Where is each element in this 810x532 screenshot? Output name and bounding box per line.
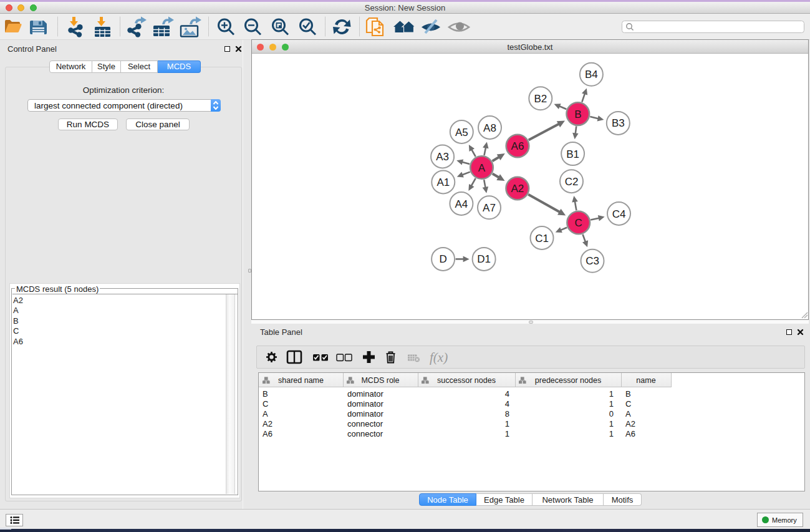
svg-text:B1: B1: [566, 148, 579, 160]
svg-text:C1: C1: [535, 233, 549, 244]
svg-text:B: B: [574, 109, 581, 120]
svg-text:D: D: [439, 253, 446, 265]
svg-text:A5: A5: [455, 127, 468, 138]
svg-text:A2: A2: [511, 183, 524, 195]
svg-text:C: C: [575, 217, 582, 229]
svg-text:f(x): f(x): [430, 350, 448, 365]
svg-text:B2: B2: [534, 93, 547, 105]
svg-text:B3: B3: [612, 117, 625, 129]
svg-text:A7: A7: [483, 202, 496, 214]
svg-text:D1: D1: [477, 253, 491, 265]
svg-text:A8: A8: [483, 122, 496, 134]
svg-text:A: A: [478, 162, 486, 174]
svg-text:C2: C2: [565, 176, 579, 188]
svg-text:A4: A4: [455, 198, 468, 210]
svg-text:C3: C3: [586, 255, 599, 267]
svg-text:B4: B4: [585, 69, 598, 80]
svg-text:A1: A1: [436, 177, 450, 188]
svg-text:C4: C4: [612, 208, 626, 220]
svg-text:A3: A3: [436, 151, 449, 163]
svg-text:A6: A6: [511, 140, 524, 152]
